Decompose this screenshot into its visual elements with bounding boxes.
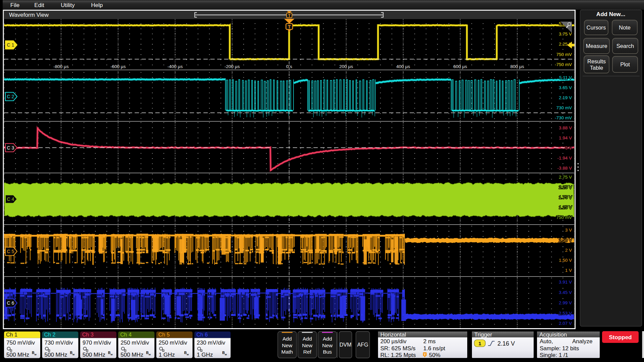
svg-text:Ch 2: Ch 2 [44, 332, 56, 338]
svg-text:750 mV/div: 750 mV/div [6, 340, 35, 346]
svg-text:Cursors: Cursors [587, 24, 606, 31]
svg-text:Edit: Edit [34, 2, 44, 8]
svg-text:Single: 1 /1: Single: 1 /1 [540, 352, 568, 358]
svg-text:C 2: C 2 [7, 94, 14, 99]
svg-text:Horizontal: Horizontal [380, 331, 406, 338]
svg-text:2 V: 2 V [565, 248, 572, 253]
svg-text:1.6 ns/pt: 1.6 ns/pt [423, 345, 445, 352]
svg-text:1 GHz: 1 GHz [197, 352, 213, 358]
svg-text:Results: Results [587, 58, 606, 64]
svg-text:Trigger: Trigger [474, 331, 492, 338]
svg-text:1.94 V: 1.94 V [559, 135, 572, 140]
svg-text:Help: Help [91, 2, 103, 8]
svg-text:New: New [322, 343, 333, 348]
svg-text:Ch 4: Ch 4 [120, 332, 132, 338]
svg-text:50%: 50% [429, 352, 440, 358]
svg-text:-730 mV: -730 mV [555, 115, 572, 120]
svg-text:0 s: 0 s [286, 64, 292, 69]
svg-text:-200 µs: -200 µs [224, 64, 240, 69]
svg-text:Auto,: Auto, [540, 338, 553, 345]
svg-text:2.16 V: 2.16 V [497, 340, 515, 347]
svg-text:New: New [282, 343, 292, 348]
svg-text:Ch 6: Ch 6 [197, 332, 208, 338]
svg-text:730 mV: 730 mV [556, 105, 572, 110]
svg-text:Measure: Measure [586, 43, 607, 49]
svg-text:C 3: C 3 [7, 145, 14, 150]
svg-text:Add: Add [282, 336, 292, 342]
svg-text:2.53 V: 2.53 V [559, 311, 572, 316]
svg-text:500 MHz: 500 MHz [83, 352, 105, 358]
svg-text:1.25 V: 1.25 V [559, 205, 572, 210]
svg-text:C 5: C 5 [7, 249, 14, 254]
svg-text:2.07 V: 2.07 V [559, 321, 572, 326]
svg-text:Table: Table [590, 65, 603, 71]
svg-text:2.50 V: 2.50 V [559, 238, 572, 243]
svg-text:3 V: 3 V [565, 228, 572, 233]
svg-text:SR: 625 MS/s: SR: 625 MS/s [380, 345, 416, 352]
svg-text:500 MHz: 500 MHz [6, 352, 29, 358]
svg-text:1 V: 1 V [565, 268, 572, 273]
svg-text:600 µs: 600 µs [453, 64, 467, 69]
svg-text:Plot: Plot [620, 61, 630, 67]
svg-text:C 4: C 4 [7, 196, 14, 202]
svg-text:2.75 V: 2.75 V [559, 175, 572, 180]
svg-text:Ch 3: Ch 3 [82, 332, 94, 338]
svg-text:C 6: C 6 [7, 300, 14, 306]
svg-text:C 1: C 1 [7, 42, 14, 48]
svg-text:2 ms: 2 ms [423, 338, 436, 345]
svg-text:-800 µs: -800 µs [53, 64, 69, 69]
svg-text:1 GHz: 1 GHz [159, 352, 175, 358]
svg-text:-750 mV: -750 mV [555, 62, 572, 67]
svg-text:250 mV/div: 250 mV/div [121, 340, 150, 346]
svg-text:T: T [288, 13, 291, 18]
svg-text:Note: Note [619, 24, 631, 31]
svg-text:Sample: 12 bits: Sample: 12 bits [540, 345, 579, 352]
svg-text:2.25 V: 2.25 V [559, 185, 572, 190]
svg-text:Waveform View: Waveform View [9, 12, 49, 18]
svg-text:DVM: DVM [339, 342, 352, 348]
svg-text:Add New...: Add New... [596, 11, 625, 17]
svg-text:AFG: AFG [357, 342, 368, 348]
svg-text:-3.88 V: -3.88 V [557, 166, 572, 171]
svg-text:w: w [186, 353, 189, 356]
svg-text:230 mV/div: 230 mV/div [197, 340, 226, 346]
svg-text:w: w [72, 353, 75, 356]
svg-text:3.45 V: 3.45 V [559, 290, 572, 295]
svg-text:New: New [302, 343, 313, 348]
svg-text:750 mV: 750 mV [556, 215, 572, 220]
svg-text:T: T [288, 24, 291, 29]
svg-text:-1.94 V: -1.94 V [557, 156, 572, 161]
svg-text:1.50 V: 1.50 V [559, 258, 572, 263]
svg-text:w: w [34, 353, 37, 356]
svg-text:2.19 V: 2.19 V [559, 95, 572, 100]
svg-text:0 V: 0 V [565, 145, 572, 150]
svg-text:970 mV/div: 970 mV/div [83, 340, 111, 346]
svg-text:5.11 V: 5.11 V [559, 75, 572, 80]
svg-text:Utility: Utility [61, 2, 75, 8]
svg-text:-600 µs: -600 µs [110, 64, 126, 69]
svg-text:800 µs: 800 µs [511, 64, 524, 69]
svg-text:w: w [110, 353, 113, 356]
svg-text:400 µs: 400 µs [396, 64, 410, 69]
svg-text:File: File [10, 2, 19, 8]
svg-text:Add: Add [323, 336, 332, 342]
svg-text:RL: 1.25 Mpts: RL: 1.25 Mpts [380, 352, 416, 358]
svg-text:500 MHz: 500 MHz [121, 352, 144, 358]
svg-text:1: 1 [478, 341, 481, 346]
svg-text:-400 µs: -400 µs [167, 64, 183, 69]
svg-text:Analyze: Analyze [572, 338, 592, 345]
svg-text:Bus: Bus [323, 349, 332, 355]
svg-text:250 mV/div: 250 mV/div [159, 340, 187, 346]
svg-text:200 µs/div: 200 µs/div [380, 338, 407, 345]
svg-text:Ref: Ref [303, 349, 312, 355]
svg-text:3.88 V: 3.88 V [559, 125, 572, 130]
svg-text:T: T [424, 353, 426, 356]
svg-text:750 mV: 750 mV [556, 52, 572, 57]
svg-text:730 mV/div: 730 mV/div [45, 340, 73, 346]
svg-text:Add: Add [303, 336, 312, 342]
svg-text:3.91 V: 3.91 V [559, 280, 572, 285]
svg-text:Stopped: Stopped [609, 334, 632, 341]
svg-text:Ch 1: Ch 1 [6, 332, 17, 338]
svg-text:w: w [148, 353, 151, 356]
svg-text:200 µs: 200 µs [339, 64, 353, 69]
